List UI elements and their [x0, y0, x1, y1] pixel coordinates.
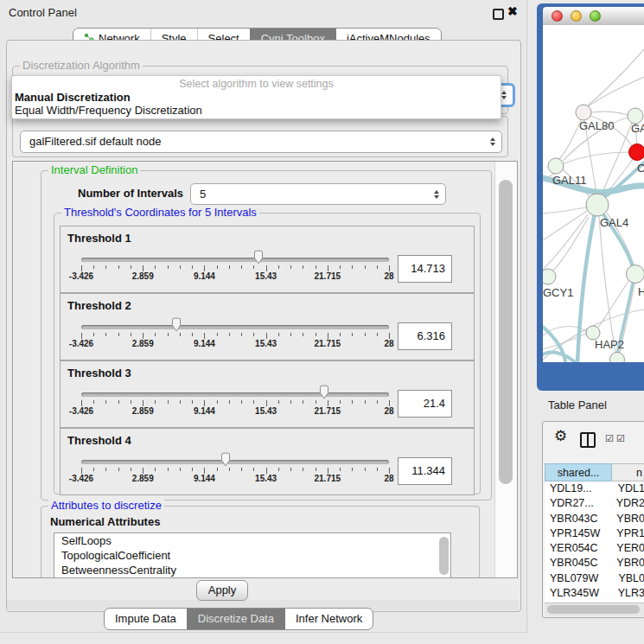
apply-button[interactable]: Apply: [196, 580, 248, 601]
slider-tick: [377, 333, 378, 336]
slider-thumb[interactable]: [318, 385, 330, 399]
slider-tick-label: 2.859: [132, 271, 154, 281]
slider-tick: [204, 400, 205, 406]
slider-tick: [266, 400, 267, 406]
attribute-item[interactable]: TopologicalCoefficient: [54, 548, 450, 563]
number-of-intervals-label: Number of Intervals: [78, 187, 183, 200]
network-window-titlebar[interactable]: [543, 7, 644, 26]
attribute-item[interactable]: SelfLoops: [54, 533, 450, 548]
number-of-intervals-combo[interactable]: 5: [190, 183, 446, 205]
network-node-gal4[interactable]: [586, 194, 609, 216]
table-row[interactable]: YDR27...YDR2: [545, 496, 644, 511]
checkbox-icon[interactable]: ☑: [616, 433, 625, 444]
table-row[interactable]: YPR145WYPR1: [545, 526, 644, 541]
float-window-icon[interactable]: [493, 9, 504, 20]
network-edge: [587, 77, 644, 107]
close-icon[interactable]: ✖: [507, 4, 518, 18]
slider-tick: [278, 468, 279, 471]
tab-discretize-data[interactable]: Discretize Data: [187, 609, 284, 629]
slider-tick: [131, 265, 131, 269]
table-row[interactable]: YBR043CYBR0: [545, 512, 644, 526]
table-row[interactable]: YLR345WYLR3: [545, 586, 644, 601]
slider-tick: [180, 265, 181, 269]
list-scrollbar[interactable]: [439, 537, 449, 575]
threshold-value-field[interactable]: 14.713: [398, 255, 452, 283]
slider-tick-label: -3.426: [69, 406, 93, 416]
slider-tick: [316, 468, 316, 471]
slider-tick: [81, 400, 82, 406]
network-node-gal80[interactable]: [576, 105, 591, 120]
network-node-label: GAL4: [600, 216, 628, 229]
column-header-name[interactable]: n: [612, 463, 644, 481]
slider-tick: [204, 333, 205, 339]
network-node-gal11[interactable]: [548, 158, 564, 174]
scrollbar-track[interactable]: [494, 162, 517, 577]
slider-track[interactable]: [81, 258, 389, 262]
slider-tick: [131, 468, 131, 471]
table-row[interactable]: YDL19...YDL1: [545, 481, 644, 496]
table-row[interactable]: YER054CYER0: [545, 541, 644, 556]
slider-tick: [168, 333, 169, 336]
attributes-group: Attributes to discretize Numerical Attri…: [41, 506, 480, 578]
slider-tick: [290, 333, 291, 336]
slider-track[interactable]: [81, 392, 389, 397]
network-node-h[interactable]: [627, 265, 644, 284]
tab-infer-network[interactable]: Infer Network: [284, 609, 373, 629]
slider-tick-label: 21.715: [315, 339, 341, 348]
table-row[interactable]: YBR045CYBR0: [545, 556, 644, 571]
horizontal-scrollbar-track[interactable]: [545, 603, 644, 616]
slider-thumb[interactable]: [220, 452, 232, 467]
slider-tick-label: 2.859: [132, 339, 154, 348]
zoom-traffic-light-icon[interactable]: [590, 10, 601, 22]
slider-tick: [93, 333, 94, 336]
slider-track[interactable]: [81, 325, 389, 329]
network-node-c[interactable]: [629, 144, 644, 161]
threshold-value-field[interactable]: 11.344: [398, 457, 452, 485]
horizontal-scrollbar-thumb[interactable]: [547, 605, 640, 614]
slider-tick: [192, 333, 193, 336]
slider-tick: [217, 468, 218, 471]
scrollbar-thumb[interactable]: [499, 180, 513, 484]
table-row[interactable]: YBL079WYBL0: [545, 571, 644, 586]
tab-impute-data[interactable]: Impute Data: [105, 609, 187, 629]
slider-tick: [340, 333, 341, 336]
slider-tick: [328, 400, 328, 406]
network-canvas[interactable]: GAL80GACGAL11GAL4GCY1HHAP2: [543, 25, 644, 362]
column-header-shared-name[interactable]: shared...: [545, 463, 612, 481]
minimize-traffic-light-icon[interactable]: [571, 10, 582, 22]
slider-tick-label: 15.43: [255, 474, 277, 483]
cell-shared-name: YDL19...: [545, 481, 615, 496]
slider-thumb[interactable]: [170, 317, 182, 332]
close-traffic-light-icon[interactable]: [552, 10, 563, 22]
slider-tick: [204, 265, 205, 271]
network-node-label: GCY1: [543, 286, 573, 299]
dropdown-prompt: Select algorithm to view settings: [12, 78, 501, 90]
threshold-value-field[interactable]: 21.4: [398, 390, 452, 418]
slider-tick: [168, 265, 169, 269]
gear-icon[interactable]: ⚙: [554, 427, 567, 445]
network-edge: [543, 214, 588, 270]
network-node[interactable]: [610, 353, 625, 363]
cell-shared-name: YDR27...: [545, 496, 614, 511]
slider-tick: [278, 333, 279, 336]
table-data-combo[interactable]: galFiltered.sif default node: [20, 131, 502, 153]
slider-tick: [241, 468, 242, 471]
cell-shared-name: YPR145W: [545, 526, 614, 541]
threshold-value-field[interactable]: 6.316: [398, 322, 452, 350]
split-columns-icon[interactable]: [580, 432, 596, 448]
network-node-gcy1[interactable]: [543, 269, 556, 284]
slider-tick-label: 28: [384, 474, 393, 483]
slider-tick: [105, 333, 106, 336]
slider-tick: [316, 333, 316, 336]
slider-tick-label: 28: [384, 271, 393, 281]
dropdown-item-manual[interactable]: Manual Discretization: [15, 91, 131, 104]
attribute-item[interactable]: BetweennessCentrality: [54, 563, 450, 577]
slider-tick: [118, 400, 119, 404]
cell-name: YDL1: [615, 481, 644, 496]
dropdown-item-equal-width[interactable]: Equal Width/Frequency Discretization: [15, 104, 202, 117]
checkbox-icon[interactable]: ☑: [605, 433, 614, 444]
network-edge: [588, 49, 644, 105]
slider-thumb[interactable]: [252, 250, 265, 265]
slider-tick: [352, 400, 353, 404]
slider-track[interactable]: [81, 460, 389, 464]
